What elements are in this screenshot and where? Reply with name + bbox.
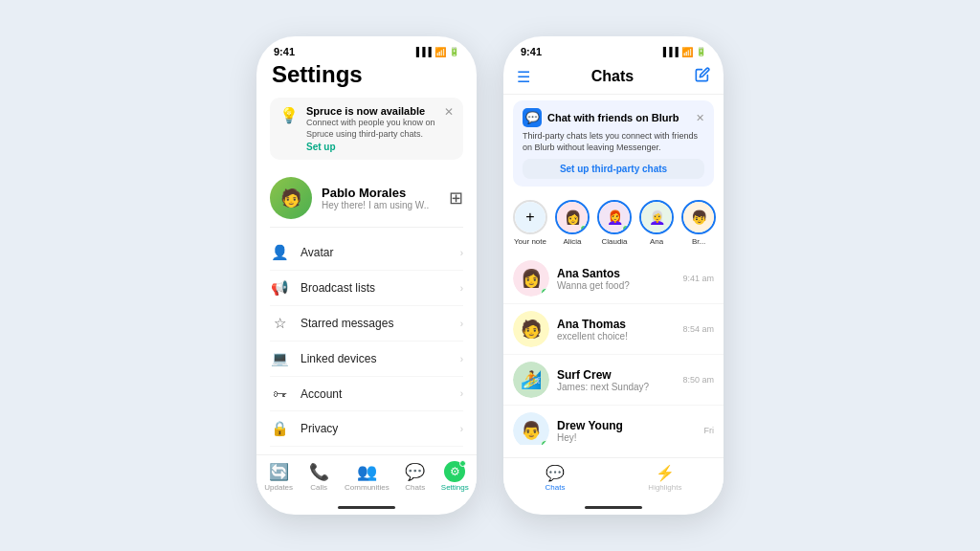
chat-item-ana-santos[interactable]: 👩 Ana Santos Wanna get food? 9:41 am	[503, 253, 724, 304]
tab-highlights[interactable]: ⚡ Highlights	[648, 464, 681, 492]
account-label: Account	[301, 387, 449, 401]
chat-avatar: 🏄	[513, 362, 549, 398]
broadcast-icon: 📢	[270, 279, 289, 297]
chat-info: Ana Santos Wanna get food?	[557, 267, 675, 291]
starred-menu-item[interactable]: ☆ Starred messages ›	[270, 306, 463, 342]
chat-item-drew-young[interactable]: 👨 Drew Young Hey! Fri	[503, 406, 724, 445]
wifi-icon-r: 📶	[681, 47, 693, 57]
calls-icon: 📞	[309, 462, 329, 482]
profile-name: Pablo Morales	[322, 186, 439, 200]
linked-devices-label: Linked devices	[301, 352, 449, 365]
avatar-label: Avatar	[301, 246, 449, 259]
battery-icon-r: 🔋	[696, 47, 706, 56]
blurb-title: Chat with friends on Blurb	[547, 112, 690, 123]
time-left: 9:41	[274, 46, 295, 57]
chats-header: ☰ Chats	[503, 61, 724, 95]
privacy-menu-item[interactable]: 🔒 Privacy ›	[270, 411, 463, 447]
broadcast-label: Broadcast lists	[301, 281, 449, 295]
profile-info: Pablo Morales Hey there! I am using W..	[322, 186, 439, 210]
privacy-label: Privacy	[301, 422, 449, 435]
profile-status: Hey there! I am using W..	[322, 200, 439, 210]
spruce-banner: 💡 Spruce is now available Connect with p…	[270, 98, 463, 160]
communities-icon: 👥	[357, 462, 377, 482]
updates-icon: 🔄	[269, 462, 289, 482]
arrow-icon: ›	[460, 319, 463, 329]
avatar-icon: 👤	[270, 244, 289, 261]
setup-third-party-button[interactable]: Set up third-party chats	[523, 159, 704, 179]
avatar: 🧑	[270, 177, 312, 219]
nav-chats[interactable]: 💬 Chats	[405, 462, 425, 492]
chat-avatar: 🧑	[513, 311, 549, 347]
blurb-desc: Third-party chats lets you connect with …	[523, 130, 704, 153]
ana-story[interactable]: 👩‍🦳 Ana	[639, 200, 674, 246]
star-icon: ☆	[270, 315, 289, 332]
arrow-icon: ›	[460, 354, 463, 364]
wifi-icon: 📶	[434, 47, 446, 57]
signal-icon-r: ▐▐▐	[660, 47, 679, 56]
chat-info: Ana Thomas excellent choice!	[557, 318, 675, 342]
settings-content: Settings 💡 Spruce is now available Conne…	[256, 61, 477, 482]
blurb-close-icon[interactable]: ✕	[696, 112, 704, 124]
chat-item-surf-crew[interactable]: 🏄 Surf Crew James: next Sunday? 8:50 am	[503, 355, 724, 406]
banner-title: Spruce is now available	[306, 105, 454, 117]
phones-container: 9:41 ▐▐▐ 📶 🔋 Settings 💡 Spruce is now av…	[256, 36, 724, 515]
profile-section[interactable]: 🧑 Pablo Morales Hey there! I am using W.…	[270, 169, 463, 228]
account-menu-item[interactable]: 🗝 Account ›	[270, 377, 463, 411]
bulb-icon: 💡	[279, 106, 299, 124]
qr-icon[interactable]: ⊞	[449, 187, 463, 209]
time-right: 9:41	[521, 46, 542, 57]
chat-avatar: 👨	[513, 412, 549, 445]
online-indicator	[622, 225, 630, 232]
hamburger-menu-icon[interactable]: ☰	[517, 68, 530, 86]
chats-tab-icon: 💬	[546, 464, 565, 482]
nav-settings[interactable]: ⚙ Settings	[441, 461, 469, 492]
banner-close[interactable]: ✕	[444, 105, 454, 119]
blurb-banner: 💬 Chat with friends on Blurb ✕ Third-par…	[513, 100, 714, 187]
blurb-icon: 💬	[523, 108, 542, 127]
battery-icon: 🔋	[449, 47, 459, 56]
alicia-story[interactable]: 👩 Alicia	[555, 200, 590, 246]
key-icon: 🗝	[270, 386, 289, 402]
online-dot	[541, 288, 549, 297]
nav-updates[interactable]: 🔄 Updates	[264, 462, 293, 492]
settings-dot	[459, 460, 466, 467]
chat-avatar: 👩	[513, 260, 549, 297]
br-story[interactable]: 👦 Br...	[681, 200, 716, 246]
claudia-story[interactable]: 👩‍🦰 Claudia	[597, 200, 632, 246]
settings-menu: 👤 Avatar › 📢 Broadcast lists › ☆ Starred…	[270, 235, 463, 482]
starred-label: Starred messages	[301, 317, 449, 330]
nav-calls[interactable]: 📞 Calls	[309, 462, 329, 492]
arrow-icon: ›	[460, 424, 463, 434]
status-bar-right: 9:41 ▐▐▐ 📶 🔋	[503, 36, 724, 61]
chat-item-ana-thomas-1[interactable]: 🧑 Ana Thomas excellent choice! 8:54 am	[503, 304, 724, 355]
avatar-menu-item[interactable]: 👤 Avatar ›	[270, 235, 463, 271]
arrow-icon: ›	[460, 248, 463, 258]
devices-icon: 💻	[270, 350, 289, 367]
lock-icon: 🔒	[270, 420, 289, 437]
settings-title: Settings	[270, 61, 463, 88]
chat-info: Surf Crew James: next Sunday?	[557, 368, 675, 392]
status-icons-left: ▐▐▐ 📶 🔋	[413, 47, 459, 57]
chat-list: 👩 Ana Santos Wanna get food? 9:41 am 🧑 A…	[503, 253, 724, 445]
your-note-story[interactable]: + Your note	[513, 200, 547, 246]
chats-tab-bar: 💬 Chats ⚡ Highlights	[503, 457, 724, 496]
arrow-icon: ›	[460, 388, 463, 399]
chat-info: Drew Young Hey!	[557, 419, 697, 443]
tab-chats[interactable]: 💬 Chats	[545, 464, 565, 492]
linked-devices-menu-item[interactable]: 💻 Linked devices ›	[270, 342, 463, 377]
setup-link[interactable]: Set up	[306, 142, 454, 152]
chats-phone: 9:41 ▐▐▐ 📶 🔋 ☰ Chats 💬 Chat with frien	[503, 36, 724, 515]
home-indicator-right	[585, 506, 642, 509]
settings-phone: 9:41 ▐▐▐ 📶 🔋 Settings 💡 Spruce is now av…	[256, 36, 477, 515]
nav-communities[interactable]: 👥 Communities	[345, 462, 390, 492]
chats-title: Chats	[591, 68, 634, 85]
online-indicator	[580, 225, 588, 232]
bottom-nav: 🔄 Updates 📞 Calls 👥 Communities 💬 Chats …	[256, 454, 477, 496]
broadcast-menu-item[interactable]: 📢 Broadcast lists ›	[270, 271, 463, 306]
arrow-icon: ›	[460, 283, 463, 294]
status-bar-left: 9:41 ▐▐▐ 📶 🔋	[256, 36, 477, 61]
chats-nav-icon: 💬	[405, 462, 425, 482]
story-row: + Your note 👩 Alicia 👩‍🦰 Claudia	[503, 192, 724, 253]
banner-desc: Connect with people you know on Spruce u…	[306, 118, 454, 140]
compose-icon[interactable]	[695, 67, 710, 86]
